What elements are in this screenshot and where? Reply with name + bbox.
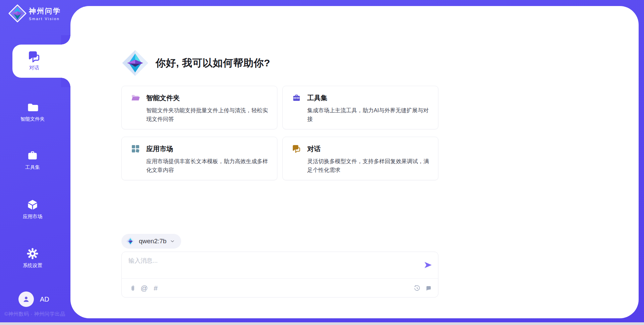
card-app-market[interactable]: 应用市场 应用市场提供丰富长文本模板，助力高效生成多样化文章内容	[121, 137, 277, 180]
chat-icon	[292, 144, 301, 153]
greeting-text: 你好, 我可以如何帮助你?	[156, 56, 270, 70]
sidebar-item-label: 系统设置	[0, 262, 65, 269]
composer-toolbar: @ #	[122, 279, 438, 298]
avatar	[18, 291, 34, 307]
card-smart-folder[interactable]: 智能文件夹 智能文件夹功能支持批量文件上传与清洗，轻松实现文件问答	[121, 86, 277, 129]
card-title: 应用市场	[146, 144, 173, 153]
sidebar-item-chat[interactable]: 对话	[12, 45, 70, 78]
folder-open-icon	[131, 93, 140, 103]
card-description: 智能文件夹功能支持批量文件上传与清洗，轻松实现文件问答	[146, 106, 269, 123]
card-title: 智能文件夹	[146, 93, 180, 103]
card-description: 集成市场上主流工具，助力AI与外界无缝扩展与对接	[307, 106, 430, 123]
sidebar-item-label: 对话	[12, 65, 56, 71]
bottom-scroll-strip[interactable]	[0, 322, 644, 325]
sidebar-item-label: 应用市场	[0, 213, 65, 220]
chevron-down-icon	[170, 239, 175, 244]
card-title: 对话	[307, 144, 321, 153]
folder-icon	[26, 101, 39, 113]
sidebar-item-smart-folder[interactable]: 智能文件夹	[0, 101, 65, 122]
sidebar-item-app-market[interactable]: 应用市场	[0, 199, 65, 220]
mention-icon: @	[141, 284, 148, 292]
history-button[interactable]	[411, 282, 423, 294]
card-chat[interactable]: 对话 灵活切换多模型文件，支持多样回复效果调试，满足个性化需求	[282, 137, 438, 180]
diamond-logo-icon	[126, 237, 135, 246]
copyright-footer: ©神州数码 · 神州问学出品	[4, 311, 65, 317]
card-description: 灵活切换多模型文件，支持多样回复效果调试，满足个性化需求	[307, 157, 430, 174]
greeting: 你好, 我可以如何帮助你?	[121, 49, 270, 77]
hashtag-button[interactable]: #	[150, 282, 161, 294]
sidebar-item-label: 工具集	[0, 164, 65, 171]
chat-list-button[interactable]	[423, 282, 434, 294]
gear-icon	[26, 248, 39, 260]
sidebar-item-settings[interactable]: 系统设置	[0, 248, 65, 269]
send-icon[interactable]	[423, 260, 433, 270]
attachment-icon	[129, 285, 137, 292]
diamond-logo-icon	[8, 4, 27, 23]
sidebar-item-toolset[interactable]: 工具集	[0, 149, 65, 171]
sidebar-item-label: 智能文件夹	[0, 116, 65, 122]
card-description: 应用市场提供丰富长文本模板，助力高效生成多样化文章内容	[146, 157, 269, 174]
brand: 神州问学 Smart Vision	[8, 4, 61, 23]
toolbox-icon	[26, 149, 39, 161]
hash-icon: #	[154, 284, 158, 292]
diamond-logo-icon	[121, 49, 149, 77]
card-toolset[interactable]: 工具集 集成市场上主流工具，助力AI与外界无缝扩展与对接	[282, 86, 438, 129]
mention-button[interactable]: @	[139, 282, 150, 294]
model-selector[interactable]: qwen2:7b	[121, 234, 181, 249]
message-input[interactable]	[128, 257, 417, 276]
attach-file-button[interactable]	[127, 282, 139, 294]
tab-fillet-bottom	[61, 78, 70, 87]
user-account[interactable]: AD	[18, 291, 49, 307]
brand-subtitle: Smart Vision	[29, 17, 61, 21]
toolbox-icon	[292, 93, 301, 103]
message-composer: @ #	[121, 252, 438, 298]
sidebar: 神州问学 Smart Vision 对话 智能文件夹 工具集 应用市场 系统设置…	[0, 0, 70, 325]
apps-grid-icon	[131, 144, 140, 153]
tab-fillet-top	[61, 35, 70, 45]
history-icon	[414, 285, 421, 292]
chat-icon	[28, 50, 41, 63]
model-name: qwen2:7b	[139, 238, 166, 245]
user-initials: AD	[40, 296, 49, 303]
person-icon	[22, 295, 31, 304]
chat-bubble-icon	[425, 285, 432, 292]
cube-icon	[26, 199, 39, 211]
brand-title: 神州问学	[29, 6, 61, 16]
feature-cards: 智能文件夹 智能文件夹功能支持批量文件上传与清洗，轻松实现文件问答 工具集 集成…	[121, 86, 439, 180]
card-title: 工具集	[307, 93, 327, 103]
